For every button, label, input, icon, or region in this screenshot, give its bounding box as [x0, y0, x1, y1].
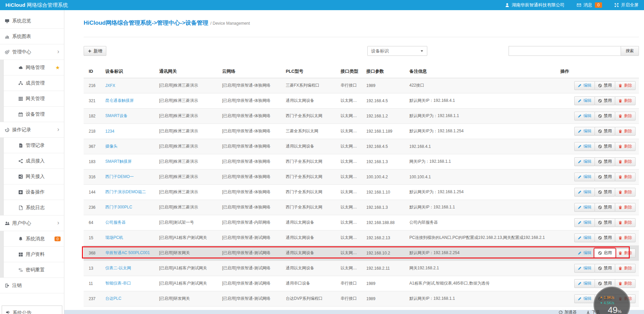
delete-button[interactable]: 删除: [615, 218, 636, 227]
edit-button[interactable]: 编辑: [574, 249, 595, 257]
sidebar-notice-panel[interactable]: 系统公告: [2, 306, 62, 314]
device-name-link[interactable]: SMART设备: [105, 113, 128, 118]
edit-button[interactable]: 编辑: [574, 233, 595, 242]
edit-button[interactable]: 编辑: [574, 127, 595, 136]
edit-button[interactable]: 编辑: [574, 264, 595, 273]
accelerator-item[interactable]: 加速器: [559, 310, 577, 314]
disable-button[interactable]: 禁用: [595, 96, 615, 105]
plus-square-icon: [18, 190, 23, 195]
action-button-group: 编辑禁用删除: [574, 127, 636, 136]
sidebar-item-system-messages[interactable]: 系统消息0: [0, 231, 64, 247]
disable-button[interactable]: 禁用: [595, 173, 615, 181]
row-actions-cell: 编辑禁用删除: [555, 261, 639, 276]
sidebar-item-system-logs[interactable]: 系统日志: [0, 200, 64, 216]
device-name-link[interactable]: 现场PC机: [105, 235, 123, 240]
disable-button[interactable]: 禁用: [595, 188, 615, 197]
sidebar-item-member-access[interactable]: 成员接入: [0, 153, 64, 169]
delete-button[interactable]: 删除: [615, 96, 636, 105]
sidebar-item-user-center[interactable]: 用户中心›: [0, 216, 64, 231]
device-cloud-cell: [已启用]华辰智通-测试网络: [217, 245, 281, 261]
disable-button[interactable]: 禁用: [595, 127, 615, 136]
ban-icon: [598, 129, 602, 133]
star-icon: ★: [56, 65, 60, 71]
disable-button[interactable]: 禁用: [595, 81, 615, 90]
sidebar-item-management-center[interactable]: 管理中心›: [0, 44, 64, 60]
device-name-link[interactable]: 华辰智通AC 500PLC001: [105, 250, 150, 255]
disable-button[interactable]: 禁用: [595, 218, 615, 227]
sidebar-item-system-overview[interactable]: 系统总览: [0, 13, 64, 29]
sidebar-item-gateway-management[interactable]: 网关管理: [0, 91, 64, 107]
sidebar-item-operation-records[interactable]: 操作记录›: [0, 122, 64, 138]
search-button[interactable]: 搜索: [621, 46, 639, 56]
device-name-link[interactable]: 1234: [105, 129, 114, 134]
sidebar-item-device-management[interactable]: 设备管理: [0, 107, 64, 122]
search-input[interactable]: [509, 46, 621, 56]
device-plc-model-cell: 通用以太网设备: [281, 230, 336, 245]
edit-button[interactable]: 编辑: [574, 157, 595, 166]
delete-button[interactable]: 删除: [615, 188, 636, 197]
device-name-cell: 西门子DEMO一: [100, 169, 154, 184]
sidebar-item-member-management[interactable]: 成员管理: [0, 75, 64, 91]
device-name-link[interactable]: 公司服务器: [105, 220, 126, 225]
row-actions-cell: 编辑禁用删除: [555, 200, 639, 215]
edit-button[interactable]: 编辑: [574, 81, 595, 90]
sidebar-item-management-records[interactable]: 管理记录: [0, 138, 64, 153]
delete-button[interactable]: 删除: [615, 233, 636, 242]
edit-button[interactable]: 编辑: [574, 294, 595, 303]
add-device-button[interactable]: 新增: [84, 46, 106, 56]
edit-button[interactable]: 编辑: [574, 96, 595, 105]
edit-button[interactable]: 编辑: [574, 203, 595, 212]
device-name-link[interactable]: 昆仑通泰触摸屏: [105, 98, 134, 103]
edit-button[interactable]: 编辑: [574, 188, 595, 197]
download-icon: [586, 310, 590, 314]
disable-button[interactable]: 禁用: [595, 112, 615, 120]
delete-button[interactable]: 删除: [615, 264, 636, 273]
device-name-link[interactable]: JXFX: [105, 83, 115, 88]
brand-bold: HiCloud: [5, 2, 25, 8]
delete-button[interactable]: 删除: [615, 249, 636, 257]
trash-icon: [618, 266, 622, 270]
sidebar-item-device-operations[interactable]: 设备操作: [0, 184, 64, 200]
disable-button[interactable]: 禁用: [595, 264, 615, 273]
device-cloud-cell: [已启用]华辰智通-测试网络: [217, 291, 281, 306]
sidebar-item-user-profile[interactable]: 用户资料: [0, 247, 64, 262]
sidebar-item-network-management[interactable]: 网络管理★: [0, 60, 64, 75]
sidebar-item-password-reset[interactable]: 密码重置: [0, 262, 64, 278]
sidebar-item-logout[interactable]: 注销: [0, 278, 64, 293]
edit-button[interactable]: 编辑: [574, 218, 595, 227]
fullscreen-toggle[interactable]: 开启全屏: [614, 2, 639, 8]
edit-button[interactable]: 编辑: [574, 112, 595, 120]
disable-button[interactable]: 禁用: [595, 233, 615, 242]
delete-button[interactable]: 删除: [615, 112, 636, 120]
company-menu[interactable]: 湖南华辰智通科技有限公司: [505, 2, 564, 8]
sidebar-item-system-charts[interactable]: 系统图表: [0, 29, 64, 44]
delete-button[interactable]: 删除: [615, 81, 636, 90]
device-name-link[interactable]: 仪表二-以太网: [105, 266, 131, 270]
sidebar-item-gateway-access[interactable]: 网关接入: [0, 169, 64, 184]
sidebar-item-label: 注销: [12, 283, 22, 289]
edit-button[interactable]: 编辑: [574, 142, 595, 151]
device-name-link[interactable]: SMART触摸屏: [105, 159, 132, 164]
delete-button[interactable]: 删除: [615, 157, 636, 166]
device-name-link[interactable]: 摄像头: [105, 144, 117, 149]
ban-icon: [598, 236, 602, 240]
edit-button[interactable]: 编辑: [574, 173, 595, 181]
delete-button[interactable]: 删除: [615, 127, 636, 136]
device-name-link[interactable]: 台达PLC: [105, 296, 121, 301]
device-name-link[interactable]: 智能仪表-串口: [105, 281, 131, 286]
delete-button[interactable]: 删除: [615, 142, 636, 151]
delete-button[interactable]: 删除: [615, 173, 636, 181]
device-name-link[interactable]: 西门子演示DEMO箱二: [105, 189, 146, 194]
delete-button[interactable]: 删除: [615, 203, 636, 212]
enable-button[interactable]: 启用: [595, 249, 615, 257]
filter-field-select[interactable]: 设备标识: [367, 46, 427, 56]
messages-menu[interactable]: 消息 0: [577, 2, 602, 8]
delete-button[interactable]: 删除: [615, 279, 636, 288]
disable-button[interactable]: 禁用: [595, 157, 615, 166]
disable-button[interactable]: 禁用: [595, 142, 615, 151]
device-name-link[interactable]: 西门子DEMO一: [105, 174, 134, 179]
device-name-link[interactable]: 西门子300PLC: [105, 205, 132, 209]
disable-button[interactable]: 禁用: [595, 203, 615, 212]
device-plc-model-cell: 通用以太网设备: [281, 93, 336, 108]
edit-button[interactable]: 编辑: [574, 279, 595, 288]
